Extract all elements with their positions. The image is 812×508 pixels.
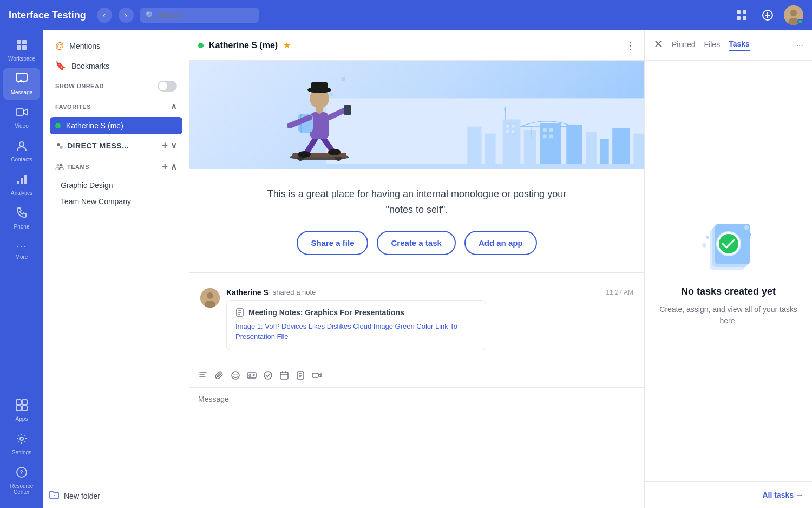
svg-rect-43 bbox=[586, 132, 597, 169]
settings-icon bbox=[16, 433, 28, 447]
svg-rect-42 bbox=[566, 125, 582, 169]
message-input-wrap bbox=[189, 387, 644, 411]
back-button[interactable]: ‹ bbox=[97, 8, 112, 23]
sidebar-item-workspace[interactable]: Workspace bbox=[3, 35, 40, 66]
svg-point-31 bbox=[54, 495, 55, 496]
tasks-empty-icon bbox=[699, 216, 758, 275]
resource-center-label: Resource Center bbox=[5, 483, 38, 495]
svg-rect-36 bbox=[524, 130, 536, 169]
favorite-star-icon[interactable]: ★ bbox=[283, 40, 291, 50]
sidebar-bottom: Apps Settings ? Resource Center bbox=[3, 395, 40, 504]
svg-point-105 bbox=[744, 225, 749, 230]
emoji-icon[interactable] bbox=[231, 370, 240, 383]
analytics-icon bbox=[16, 173, 28, 188]
svg-point-107 bbox=[706, 236, 709, 239]
workspace-label: Workspace bbox=[8, 56, 35, 62]
svg-rect-15 bbox=[16, 109, 23, 115]
add-button[interactable] bbox=[758, 5, 777, 25]
sidebar-item-resource-center[interactable]: ? Resource Center bbox=[3, 462, 40, 499]
favorites-section-header: FAVORITES ∧ bbox=[50, 97, 182, 116]
svg-rect-51 bbox=[512, 125, 514, 127]
calendar-icon[interactable] bbox=[279, 370, 289, 383]
svg-rect-55 bbox=[549, 128, 553, 132]
bookmarks-icon: 🔖 bbox=[55, 61, 66, 71]
main-content: Katherine S (me) ★ ⋮ bbox=[189, 30, 644, 508]
svg-rect-20 bbox=[16, 400, 21, 405]
mentions-item[interactable]: @ Mentions bbox=[50, 37, 182, 55]
message-toolbar: GIF bbox=[189, 366, 644, 387]
note-toolbar-icon[interactable] bbox=[296, 370, 305, 383]
welcome-text: This is a great place for having an inte… bbox=[254, 186, 579, 218]
svg-rect-23 bbox=[22, 406, 27, 411]
workspace-icon bbox=[16, 39, 28, 54]
channel-item-katherine[interactable]: Katherine S (me) bbox=[50, 117, 182, 134]
grid-icon-button[interactable] bbox=[732, 5, 751, 25]
tab-files[interactable]: Files bbox=[704, 40, 721, 51]
message-label: Message bbox=[11, 89, 33, 95]
sidebar-item-phone[interactable]: Phone bbox=[3, 203, 40, 234]
sidebar-item-more[interactable]: ··· More bbox=[3, 236, 40, 264]
svg-point-8 bbox=[790, 10, 797, 16]
new-folder-icon bbox=[49, 490, 60, 503]
forward-button[interactable]: › bbox=[119, 8, 134, 23]
svg-rect-71 bbox=[344, 105, 351, 115]
svg-point-64 bbox=[298, 151, 311, 158]
top-header: Interface Testing ‹ › 🔍 bbox=[0, 0, 812, 30]
add-direct-message-icon[interactable]: + bbox=[162, 140, 168, 151]
gif-icon[interactable]: GIF bbox=[247, 370, 257, 383]
user-avatar-button[interactable] bbox=[784, 5, 803, 25]
dot-decor-2 bbox=[330, 93, 333, 96]
svg-text:GIF: GIF bbox=[248, 374, 255, 377]
svg-rect-56 bbox=[543, 135, 547, 139]
tab-pinned[interactable]: Pinned bbox=[672, 40, 696, 51]
sidebar-item-video[interactable]: Video bbox=[3, 102, 40, 133]
sidebar-item-contacts[interactable]: Contacts bbox=[3, 135, 40, 167]
svg-point-106 bbox=[748, 233, 751, 236]
share-file-button[interactable]: Share a file bbox=[297, 231, 368, 255]
search-input[interactable] bbox=[140, 8, 259, 23]
attach-icon[interactable] bbox=[214, 370, 224, 383]
phone-label: Phone bbox=[14, 224, 30, 230]
svg-text:?: ? bbox=[20, 470, 23, 476]
svg-point-29 bbox=[57, 164, 60, 166]
new-folder-item[interactable]: New folder bbox=[43, 484, 189, 508]
show-unread-toggle[interactable] bbox=[158, 81, 177, 92]
sidebar-item-settings[interactable]: Settings bbox=[3, 428, 40, 460]
add-app-button[interactable]: Add an app bbox=[464, 231, 537, 255]
tab-tasks[interactable]: Tasks bbox=[729, 40, 750, 51]
message-action: shared a note bbox=[273, 288, 316, 296]
left-sidebar: Workspace Message Video Contacts Analyti… bbox=[0, 30, 43, 508]
panel-more-options[interactable]: ··· bbox=[796, 41, 803, 50]
contacts-label: Contacts bbox=[11, 157, 32, 162]
mentions-icon: @ bbox=[55, 41, 64, 51]
add-team-icon[interactable]: + bbox=[162, 161, 168, 172]
chat-options-icon[interactable]: ⋮ bbox=[625, 39, 636, 52]
all-tasks-link[interactable]: All tasks → bbox=[762, 491, 803, 499]
svg-rect-12 bbox=[17, 45, 21, 50]
sidebar-item-message[interactable]: Message bbox=[3, 68, 40, 100]
svg-rect-50 bbox=[506, 125, 509, 127]
settings-label: Settings bbox=[12, 450, 31, 455]
create-task-button[interactable]: Create a task bbox=[377, 231, 455, 255]
teams-section-header: TEAMS + ∧ bbox=[50, 157, 182, 177]
favorites-chevron-icon[interactable]: ∧ bbox=[171, 101, 178, 112]
sidebar-item-analytics[interactable]: Analytics bbox=[3, 169, 40, 200]
resource-center-icon: ? bbox=[16, 466, 28, 481]
bookmarks-item[interactable]: 🔖 Bookmarks bbox=[50, 56, 182, 75]
panel-close-button[interactable] bbox=[653, 39, 663, 51]
teams-label: TEAMS bbox=[67, 164, 89, 170]
direct-messages-chevron-icon[interactable]: ∨ bbox=[171, 140, 178, 151]
message-input[interactable] bbox=[198, 395, 636, 403]
svg-point-28 bbox=[60, 146, 63, 149]
format-icon[interactable] bbox=[198, 370, 208, 383]
video-call-icon[interactable] bbox=[312, 370, 322, 383]
svg-point-84 bbox=[234, 374, 235, 375]
avatar-status-dot bbox=[797, 19, 803, 24]
svg-rect-1 bbox=[743, 10, 746, 14]
checkmark-icon[interactable] bbox=[263, 370, 273, 383]
sidebar-item-apps[interactable]: Apps bbox=[3, 395, 40, 426]
teams-chevron-icon[interactable]: ∧ bbox=[171, 161, 178, 172]
direct-messages-actions: + ∨ bbox=[162, 140, 177, 151]
team-item-new-company[interactable]: Team New Company bbox=[50, 194, 182, 209]
team-item-graphic-design[interactable]: Graphic Design bbox=[50, 178, 182, 193]
